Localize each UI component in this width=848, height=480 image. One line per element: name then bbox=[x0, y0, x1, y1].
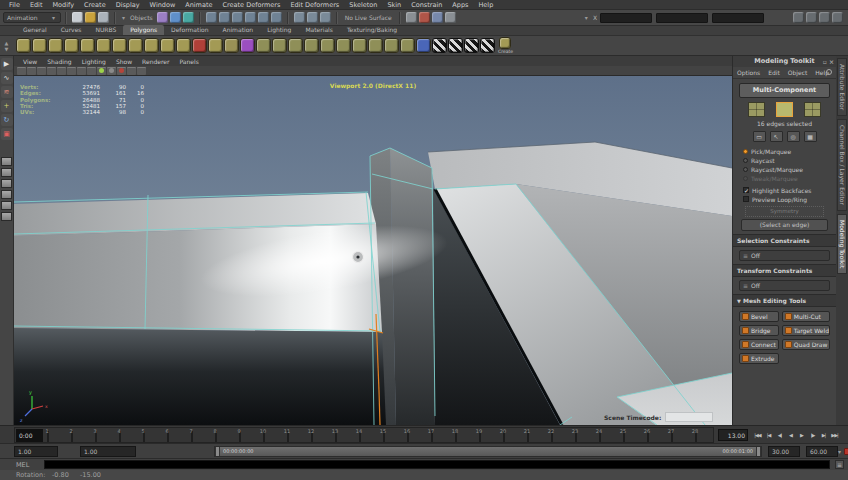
isolate-select-icon[interactable] bbox=[127, 67, 136, 75]
render-current-frame-icon[interactable] bbox=[419, 12, 430, 23]
ipr-render-icon[interactable] bbox=[432, 12, 443, 23]
edge-mode-icon[interactable] bbox=[776, 102, 793, 117]
bridge-button[interactable]: Bridge bbox=[739, 325, 779, 336]
transform-constraints-header[interactable]: Transform Constraints bbox=[733, 264, 836, 277]
select-component-icon[interactable] bbox=[183, 12, 194, 23]
snap-projected-center-icon[interactable] bbox=[245, 12, 256, 23]
camera-based-selection-icon[interactable]: ◎ bbox=[787, 131, 800, 142]
poly-pipe-icon[interactable] bbox=[144, 38, 159, 53]
menu-set-dropdown[interactable]: Animation ▾ bbox=[3, 12, 61, 23]
panel-menu-panels[interactable]: Panels bbox=[174, 58, 203, 65]
layout-persp-uv[interactable] bbox=[1, 212, 12, 221]
chevron-down-icon[interactable]: ▾ bbox=[838, 448, 841, 455]
shelf-down-icon[interactable]: ▼ bbox=[5, 46, 9, 52]
menu-display[interactable]: Display bbox=[111, 0, 145, 10]
layout-hypershade-persp[interactable] bbox=[1, 201, 12, 210]
poly-soccer-ball-icon[interactable] bbox=[176, 38, 191, 53]
selection-constraints-header[interactable]: Selection Constraints bbox=[733, 234, 836, 247]
bookmarks-icon[interactable] bbox=[47, 67, 56, 75]
play-forwards-button[interactable]: ▶ bbox=[796, 432, 807, 438]
select-backfaces-icon[interactable]: ▦ bbox=[804, 131, 817, 142]
multi-cut-button[interactable]: Multi-Cut bbox=[782, 311, 830, 322]
poly-cone-icon[interactable] bbox=[64, 38, 79, 53]
viewport-3d-scene[interactable]: y x z bbox=[14, 76, 732, 425]
select-an-edge-button[interactable]: (Select an edge) bbox=[741, 219, 828, 231]
target-weld-button[interactable]: Target Weld bbox=[782, 325, 830, 336]
animation-start-field[interactable]: 1.00 bbox=[14, 446, 58, 457]
checkbox-preview-loop-ring[interactable]: Preview Loop/Ring bbox=[743, 195, 836, 203]
quad-draw-shelf-icon[interactable] bbox=[384, 38, 399, 53]
range-start-handle[interactable] bbox=[215, 447, 220, 456]
menu-create-deformers[interactable]: Create Deformers bbox=[218, 0, 286, 10]
super-shape-icon[interactable] bbox=[240, 38, 255, 53]
radio-tweak-marquee[interactable]: Tweak/Marquee bbox=[743, 174, 836, 182]
step-forward-frame-button[interactable]: ▶| bbox=[818, 432, 829, 438]
power-icon[interactable] bbox=[826, 69, 832, 75]
step-back-frame-button[interactable]: |◀ bbox=[763, 432, 774, 438]
auto-keyframe-icon[interactable] bbox=[844, 448, 848, 455]
frame-rate-icon[interactable] bbox=[137, 67, 146, 75]
extrude-button[interactable]: Extrude bbox=[739, 353, 779, 364]
poly-cube-icon[interactable] bbox=[32, 38, 47, 53]
menu-apps[interactable]: Apps bbox=[447, 0, 473, 10]
quad-draw-button[interactable]: Quad Draw bbox=[782, 339, 830, 350]
select-hierarchy-icon[interactable] bbox=[157, 12, 168, 23]
snap-curve-icon[interactable] bbox=[219, 12, 230, 23]
poly-cylinder-icon[interactable] bbox=[48, 38, 63, 53]
side-tab-modeling-toolkit[interactable]: Modeling Toolkit bbox=[837, 214, 847, 274]
uv-spherical-mapping-icon[interactable] bbox=[480, 38, 495, 53]
toolkit-menu-options[interactable]: Options bbox=[733, 69, 764, 76]
playback-start-field[interactable]: 1.00 bbox=[80, 446, 136, 457]
selection-constraints-dropdown[interactable]: ≡ Off bbox=[739, 250, 830, 261]
y-entry-field[interactable] bbox=[656, 13, 708, 23]
side-tab-channel-box-layer-editor[interactable]: Channel Box / Layer Editor bbox=[837, 119, 847, 211]
mesh-left-slab-lower-face[interactable] bbox=[14, 328, 386, 425]
playback-end-field[interactable]: 30.00 bbox=[768, 446, 800, 457]
toolkit-menu-object[interactable]: Object bbox=[784, 69, 812, 76]
marquee-select-icon[interactable]: ▭ bbox=[753, 131, 766, 142]
command-line-input[interactable] bbox=[44, 460, 830, 469]
scale-tool[interactable]: ▣ bbox=[1, 128, 13, 140]
snap-point-icon[interactable] bbox=[232, 12, 243, 23]
ambient-occlusion-icon[interactable] bbox=[117, 67, 126, 75]
save-scene-icon[interactable] bbox=[98, 12, 109, 23]
panel-menu-lighting[interactable]: Lighting bbox=[77, 58, 111, 65]
shadows-icon[interactable] bbox=[107, 67, 116, 75]
x-entry-field[interactable] bbox=[600, 13, 652, 23]
face-mode-icon[interactable] bbox=[804, 102, 821, 117]
shelf-tab-general[interactable]: General bbox=[16, 25, 54, 35]
smooth-icon[interactable] bbox=[352, 38, 367, 53]
panel-menu-renderer[interactable]: Renderer bbox=[137, 58, 174, 65]
poly-prism-icon[interactable] bbox=[112, 38, 127, 53]
step-forward-key-button[interactable]: |▶ bbox=[807, 432, 818, 438]
move-tool[interactable]: + bbox=[1, 100, 13, 112]
fill-hole-icon[interactable] bbox=[336, 38, 351, 53]
resolution-gate-icon[interactable] bbox=[77, 67, 86, 75]
open-render-view-icon[interactable] bbox=[406, 12, 417, 23]
radio-raycast-marquee[interactable]: Raycast/Marquee bbox=[743, 165, 836, 173]
pin-icon[interactable]: ▫ bbox=[823, 58, 827, 65]
menu-help[interactable]: Help bbox=[473, 0, 498, 10]
panel-menu-view[interactable]: View bbox=[18, 58, 42, 65]
select-tool[interactable]: ▶ bbox=[1, 58, 13, 70]
append-polygon-icon[interactable] bbox=[368, 38, 383, 53]
step-back-key-button[interactable]: ◀| bbox=[774, 432, 785, 438]
uv-planar-mapping-icon[interactable] bbox=[432, 38, 447, 53]
separate-icon[interactable] bbox=[304, 38, 319, 53]
shelf-tab-animation[interactable]: Animation bbox=[216, 25, 261, 35]
paint-transfer-icon[interactable] bbox=[416, 38, 431, 53]
multi-cut-shelf-icon[interactable] bbox=[400, 38, 415, 53]
toolkit-menu-edit[interactable]: Edit bbox=[764, 69, 784, 76]
z-entry-field[interactable] bbox=[712, 13, 764, 23]
menu-edit-deformers[interactable]: Edit Deformers bbox=[285, 0, 344, 10]
make-live-icon[interactable] bbox=[271, 12, 282, 23]
poly-pyramid-icon[interactable] bbox=[128, 38, 143, 53]
shelf-tab-lighting[interactable]: Lighting bbox=[260, 25, 298, 35]
menu-file[interactable]: File bbox=[4, 0, 25, 10]
curve-tool-icon[interactable] bbox=[192, 38, 207, 53]
extract-icon[interactable] bbox=[320, 38, 335, 53]
uv-cylindrical-mapping-icon[interactable] bbox=[464, 38, 479, 53]
render-settings-icon[interactable] bbox=[445, 12, 456, 23]
combine-icon[interactable] bbox=[288, 38, 303, 53]
layout-persp-graph[interactable] bbox=[1, 190, 12, 199]
